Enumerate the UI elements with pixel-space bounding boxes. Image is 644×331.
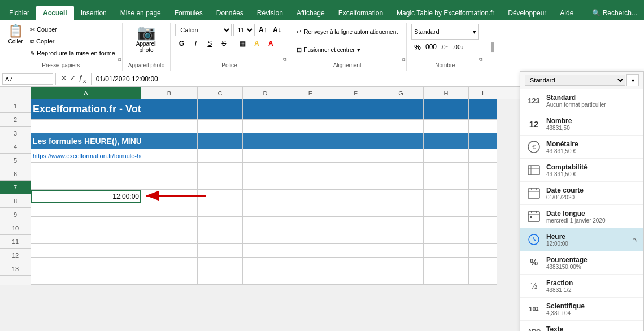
cell-A10[interactable]: [31, 230, 141, 244]
cell-B8[interactable]: [141, 203, 198, 217]
tab-accueil[interactable]: Accueil: [36, 6, 74, 20]
row-header-10[interactable]: 10: [0, 221, 31, 235]
row-header-2[interactable]: 2: [0, 113, 31, 127]
cell-I3[interactable]: [469, 133, 497, 149]
merge-center-button[interactable]: ⊞ Fusionner et centrer ▾: [293, 42, 364, 58]
format-item-comptabilite[interactable]: Comptabilité 43 831,50 €: [520, 159, 643, 182]
row-header-3[interactable]: 3: [0, 127, 31, 140]
cell-F13[interactable]: [333, 271, 378, 285]
row-header-6[interactable]: 6: [0, 167, 31, 181]
couper-button[interactable]: ✂ Couper: [28, 24, 118, 35]
coller-button[interactable]: 📋 Coller: [5, 24, 27, 46]
font-name-select[interactable]: Calibri: [175, 24, 232, 36]
format-item-nombre[interactable]: 12 Nombre 43831,50: [520, 112, 643, 136]
cell-G10[interactable]: [378, 230, 424, 244]
tab-mise-en-page[interactable]: Mise en page: [114, 6, 168, 20]
col-header-D[interactable]: D: [243, 87, 288, 99]
cell-D13[interactable]: [243, 271, 288, 285]
cell-F10[interactable]: [333, 230, 378, 244]
cell-reference-box[interactable]: A7: [2, 73, 53, 85]
row-header-12[interactable]: 12: [0, 249, 31, 262]
col-header-C[interactable]: C: [198, 87, 243, 99]
cell-F12[interactable]: [333, 258, 378, 271]
fill-color-button[interactable]: A: [250, 37, 263, 50]
row-header-8[interactable]: 8: [0, 194, 31, 208]
cell-E2[interactable]: [288, 120, 333, 133]
cell-C7[interactable]: [198, 190, 243, 203]
cell-I4[interactable]: [469, 149, 497, 163]
format-item-monetaire[interactable]: € Monétaire 43 831,50 €: [520, 136, 643, 159]
tab-affichage[interactable]: Affichage: [290, 6, 332, 20]
italic-button[interactable]: I: [189, 37, 202, 50]
cell-I6[interactable]: [469, 176, 497, 190]
cell-C6[interactable]: [198, 176, 243, 190]
cell-C11[interactable]: [198, 244, 243, 258]
cell-A5[interactable]: [31, 163, 141, 176]
appareil-photo-button[interactable]: 📷 Appareilphoto: [133, 24, 160, 54]
dec-increase-button[interactable]: .0↑: [438, 41, 451, 53]
cell-D11[interactable]: [243, 244, 288, 258]
cell-G11[interactable]: [378, 244, 424, 258]
cell-H10[interactable]: [424, 230, 469, 244]
cell-F1[interactable]: [333, 99, 378, 120]
tab-fichier[interactable]: Fichier: [2, 6, 36, 20]
cell-C8[interactable]: [198, 203, 243, 217]
cell-C1[interactable]: [198, 99, 243, 120]
font-color-button[interactable]: A: [264, 37, 277, 50]
format-item-fraction[interactable]: ½ Fraction 43831 1/2: [520, 275, 643, 298]
borders-button[interactable]: ▦: [236, 37, 249, 50]
cell-G1[interactable]: [378, 99, 424, 120]
cell-B1[interactable]: [141, 99, 198, 120]
percent-button[interactable]: %: [411, 41, 424, 53]
cell-H5[interactable]: [424, 163, 469, 176]
cell-A11[interactable]: [31, 244, 141, 258]
cell-G8[interactable]: [378, 203, 424, 217]
row-header-9[interactable]: 9: [0, 208, 31, 221]
cell-C9[interactable]: [198, 217, 243, 230]
row-header-5[interactable]: 5: [0, 154, 31, 167]
cell-F6[interactable]: [333, 176, 378, 190]
cell-E11[interactable]: [288, 244, 333, 258]
col-header-I[interactable]: I: [469, 87, 497, 99]
cell-H13[interactable]: [424, 271, 469, 285]
cell-A8[interactable]: [31, 203, 141, 217]
cell-B9[interactable]: [141, 217, 198, 230]
comma-button[interactable]: 000: [425, 41, 437, 53]
cell-D6[interactable]: [243, 176, 288, 190]
cell-A13[interactable]: [31, 271, 141, 285]
number-format-dropdown[interactable]: Standard ▾: [411, 24, 479, 40]
cell-B4[interactable]: [141, 149, 198, 163]
tab-formules[interactable]: Formules: [168, 6, 210, 20]
cell-H7[interactable]: [424, 190, 469, 203]
cell-D1[interactable]: [243, 99, 288, 120]
cell-D2[interactable]: [243, 120, 288, 133]
wrap-text-button[interactable]: ↵ Renvoyer à la ligne automatiquement: [293, 24, 402, 40]
tab-donnees[interactable]: Données: [210, 6, 250, 20]
tab-developpeur[interactable]: Développeur: [501, 6, 553, 20]
cell-C2[interactable]: [198, 120, 243, 133]
cell-C5[interactable]: [198, 163, 243, 176]
format-panel-expand-btn[interactable]: ▾: [626, 74, 639, 86]
cell-H1[interactable]: [424, 99, 469, 120]
cell-F2[interactable]: [333, 120, 378, 133]
cell-H11[interactable]: [424, 244, 469, 258]
cell-F5[interactable]: [333, 163, 378, 176]
tab-excelformation[interactable]: Excelformation: [332, 6, 390, 20]
cell-H4[interactable]: [424, 149, 469, 163]
tab-magic-table[interactable]: Magic Table by Excelformation.fr: [390, 6, 501, 20]
cell-A12[interactable]: [31, 258, 141, 271]
cell-I7[interactable]: [469, 190, 497, 203]
col-header-A[interactable]: A: [31, 87, 141, 99]
cell-C3[interactable]: [198, 133, 243, 149]
cell-F7[interactable]: [333, 190, 378, 203]
cell-E10[interactable]: [288, 230, 333, 244]
cell-E12[interactable]: [288, 258, 333, 271]
cell-A7[interactable]: 12:00:00: [31, 190, 141, 203]
cell-D9[interactable]: [243, 217, 288, 230]
cell-B11[interactable]: [141, 244, 198, 258]
cell-G9[interactable]: [378, 217, 424, 230]
cell-C4[interactable]: [198, 149, 243, 163]
col-header-H[interactable]: H: [424, 87, 469, 99]
format-item-heure[interactable]: Heure 12:00:00 ↖: [520, 228, 643, 251]
cell-F4[interactable]: [333, 149, 378, 163]
